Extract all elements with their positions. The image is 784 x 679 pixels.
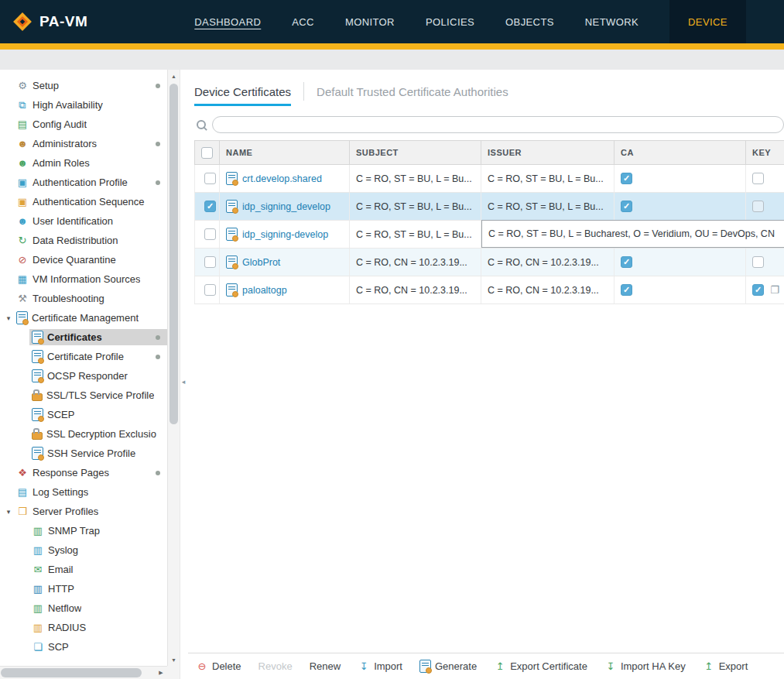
sidebar-item-admin-roles[interactable]: ☻Admin Roles [0, 153, 167, 173]
export-certificate-button[interactable]: ↥Export Certificate [494, 660, 587, 673]
select-all-checkbox[interactable] [201, 147, 213, 159]
row-select-checkbox[interactable] [204, 201, 216, 212]
sidebar-item-response-pages[interactable]: ❖Response Pages [0, 463, 167, 482]
sidebar-item-netflow[interactable]: ▥Netflow [0, 598, 167, 618]
sidebar-item-certificates[interactable]: Certificates [0, 327, 167, 347]
sidebar-item-label: Authentication Profile [33, 177, 128, 188]
sidebar-item-user-identification[interactable]: ☻User Identification [0, 211, 167, 231]
toolbar-button-label: Delete [212, 660, 241, 672]
scroll-right-arrow-icon[interactable]: ▶ [155, 667, 167, 679]
row-select-checkbox[interactable] [204, 284, 216, 296]
ca-checkbox [621, 173, 632, 184]
scroll-down-arrow-icon[interactable]: ▼ [168, 654, 180, 665]
sidebar-item-label: SSL/TLS Service Profile [46, 389, 154, 401]
certificate-name-link[interactable]: paloaltogp [226, 283, 287, 297]
sidebar-item-http[interactable]: ▥HTTP [0, 579, 167, 598]
column-header-ca[interactable]: CA [615, 141, 746, 164]
sidebar-item-scep[interactable]: SCEP [0, 405, 167, 424]
certificate-name: crt.develop.shared [242, 173, 322, 184]
nav-monitor[interactable]: MONITOR [345, 16, 395, 28]
table-row-paloaltogp[interactable]: paloaltogpC = RO, CN = 10.2.3.19...C = R… [194, 276, 784, 304]
sidebar-vertical-scrollbar[interactable]: ▲ ▼ [167, 70, 180, 666]
sidebar-splitter[interactable]: ◂ [180, 70, 188, 679]
sidebar-item-label: VM Information Sources [33, 273, 140, 285]
column-header-name[interactable]: NAME [220, 141, 350, 164]
sidebar-item-log-settings[interactable]: ▤Log Settings [0, 482, 167, 502]
sidebar-item-certificate-profile[interactable]: Certificate Profile [0, 347, 167, 366]
generate-button[interactable]: Generate [419, 660, 477, 673]
horizontal-scroll-thumb[interactable] [1, 668, 142, 677]
sidebar-item-radius[interactable]: ▥RADIUS [0, 618, 167, 637]
ca-cell [615, 276, 746, 303]
sidebar-item-authentication-sequence[interactable]: ▣Authentication Sequence [0, 192, 167, 211]
certificate-icon [226, 255, 238, 269]
certificate-name-link[interactable]: crt.develop.shared [226, 172, 322, 185]
sidebar-item-snmp-trap[interactable]: ▥SNMP Trap [0, 521, 167, 540]
vertical-scroll-thumb[interactable] [169, 84, 178, 424]
import-ha-key-button[interactable]: ↧Import HA Key [604, 660, 686, 673]
sidebar-item-server-profiles[interactable]: ▾❒Server Profiles [0, 502, 167, 521]
sidebar-item-ssh-service-profile[interactable]: SSH Service Profile [0, 444, 167, 463]
sidebar-item-vm-information-sources[interactable]: ▦VM Information Sources [0, 269, 167, 289]
subject-cell: C = RO, ST = BU, L = Bu... [350, 193, 481, 220]
scroll-up-arrow-icon[interactable]: ▲ [168, 70, 180, 81]
sidebar-item-label: Log Settings [33, 486, 88, 498]
snmp-icon: ▥ [32, 525, 44, 537]
revoke-button: Revoke [258, 660, 293, 672]
sidebar-item-administrators[interactable]: ☻Administrators [0, 134, 167, 153]
table-row-idp-signing-develop[interactable]: idp_signing-developC = RO, ST = BU, L = … [194, 221, 784, 249]
sidebar-item-certificate-management[interactable]: ▾Certificate Management [0, 308, 167, 327]
certificate-name-link[interactable]: idp_signing_develop [226, 200, 330, 213]
row-select-checkbox[interactable] [204, 173, 216, 184]
renew-button[interactable]: Renew [310, 660, 341, 672]
search-input[interactable] [212, 116, 784, 133]
sidebar-item-high-availability[interactable]: ⧉High Availability [0, 95, 167, 115]
nav-acc[interactable]: ACC [292, 16, 314, 28]
nav-policies[interactable]: POLICIES [426, 16, 474, 28]
issuer-expanded-tooltip: C = RO, ST = BU, L = Bucharest, O = Veri… [481, 220, 784, 248]
sidebar-item-syslog[interactable]: ▥Syslog [0, 540, 167, 560]
nav-objects[interactable]: OBJECTS [505, 16, 554, 28]
expand-caret-icon[interactable]: ▾ [3, 314, 14, 322]
sidebar-item-ssl-tls-service-profile[interactable]: SSL/TLS Service Profile [0, 386, 167, 405]
sidebar: ⚙Setup⧉High Availability▤Config Audit☻Ad… [0, 70, 180, 679]
column-header-key[interactable]: KEY [746, 141, 784, 164]
sidebar-item-config-audit[interactable]: ▤Config Audit [0, 115, 167, 134]
row-select-checkbox[interactable] [204, 228, 216, 240]
import-button[interactable]: ↧Import [358, 660, 402, 673]
subject-cell: C = RO, CN = 10.2.3.19... [350, 276, 481, 303]
sidebar-item-email[interactable]: ✉Email [0, 560, 167, 579]
column-header-issuer[interactable]: ISSUER [481, 141, 615, 164]
sidebar-item-body: ▣Authentication Profile [14, 174, 167, 190]
table-row-crt-develop-shared[interactable]: crt.develop.sharedC = RO, ST = BU, L = B… [194, 165, 784, 193]
certificate-name-link[interactable]: GlobProt [226, 255, 280, 269]
row-select-checkbox[interactable] [204, 256, 216, 268]
expand-caret-icon[interactable]: ▾ [3, 508, 14, 516]
tab-device-certificates[interactable]: Device Certificates [194, 85, 291, 106]
delete-button[interactable]: ⊖Delete [196, 660, 241, 673]
sidebar-collapse-handle[interactable]: ◂ [180, 373, 187, 390]
sidebar-item-body: ❖Response Pages [14, 465, 167, 481]
nav-device[interactable]: DEVICE [669, 0, 746, 43]
certificate-name-link[interactable]: idp_signing-develop [226, 228, 328, 241]
sidebar-item-troubleshooting[interactable]: ⚒Troubleshooting [0, 289, 167, 308]
sidebar-horizontal-scrollbar[interactable]: ▶ [0, 666, 167, 679]
sidebar-item-device-quarantine[interactable]: ⊘Device Quarantine [0, 250, 167, 269]
select-all-cell [195, 141, 220, 164]
toolbar-button-label: Import [374, 660, 402, 672]
sidebar-item-ocsp-responder[interactable]: OCSP Responder [0, 366, 167, 386]
sidebar-item-data-redistribution[interactable]: ↻Data Redistribution [0, 231, 167, 250]
generate-icon [419, 660, 431, 673]
export-button[interactable]: ↥Export [703, 660, 748, 673]
sidebar-item-authentication-profile[interactable]: ▣Authentication Profile [0, 173, 167, 192]
sidebar-item-scp[interactable]: ❏SCP [0, 637, 167, 657]
nav-network[interactable]: NETWORK [585, 16, 638, 28]
sidebar-item-body: ❒Server Profiles [14, 503, 167, 520]
tab-default-trusted-certificate-authorities[interactable]: Default Trusted Certificate Authorities [317, 85, 508, 106]
table-row-idp-signing-develop[interactable]: idp_signing_developC = RO, ST = BU, L = … [194, 193, 784, 221]
table-row-globprot[interactable]: GlobProtC = RO, CN = 10.2.3.19...C = RO,… [194, 249, 784, 276]
sidebar-item-setup[interactable]: ⚙Setup [0, 76, 167, 95]
nav-dashboard[interactable]: DASHBOARD [194, 16, 261, 28]
column-header-subject[interactable]: SUBJECT [350, 141, 481, 164]
sidebar-item-ssl-decryption-exclusio[interactable]: SSL Decryption Exclusio [0, 424, 167, 444]
